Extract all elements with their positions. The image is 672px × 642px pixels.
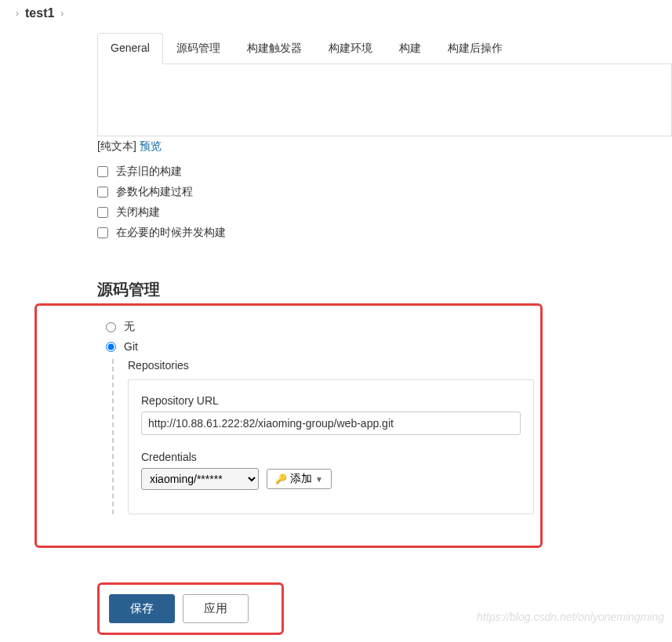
radio-input[interactable] — [106, 322, 116, 332]
checkbox-input[interactable] — [97, 227, 108, 238]
tab-build[interactable]: 构建 — [386, 33, 434, 63]
breadcrumb-item[interactable]: test1 — [25, 6, 54, 20]
tab-scm[interactable]: 源码管理 — [163, 33, 234, 63]
description-textarea[interactable] — [97, 64, 672, 136]
checkbox-input[interactable] — [97, 207, 108, 218]
plain-text-label: [纯文本] — [97, 140, 136, 152]
breadcrumb: › test1 › — [0, 0, 672, 27]
scm-radio-git[interactable]: Git — [106, 340, 534, 353]
checkbox-label: 在必要的时候并发构建 — [116, 226, 226, 240]
radio-label: Git — [124, 340, 138, 353]
radio-label: 无 — [124, 320, 135, 334]
git-config-block: Repositories Repository URL Credentials … — [112, 359, 534, 514]
radio-input[interactable] — [106, 342, 116, 352]
repo-url-input[interactable] — [141, 412, 521, 435]
options-list: 丢弃旧的构建 参数化构建过程 关闭构建 在必要的时候并发构建 — [97, 165, 672, 240]
checkbox-parameterized[interactable]: 参数化构建过程 — [97, 185, 672, 199]
chevron-right-icon: › — [60, 8, 64, 19]
checkbox-input[interactable] — [97, 166, 108, 177]
tab-environment[interactable]: 构建环境 — [315, 33, 386, 63]
checkbox-discard-old[interactable]: 丢弃旧的构建 — [97, 165, 672, 179]
checkbox-concurrent[interactable]: 在必要的时候并发构建 — [97, 226, 672, 240]
checkbox-input[interactable] — [97, 187, 108, 198]
checkbox-label: 参数化构建过程 — [116, 185, 193, 199]
tab-general[interactable]: General — [97, 33, 163, 64]
checkbox-label: 关闭构建 — [116, 205, 160, 219]
scm-highlight-box: 无 Git Repositories Repository URL Creden… — [35, 303, 543, 548]
preview-link[interactable]: 预览 — [140, 140, 162, 152]
apply-button[interactable]: 应用 — [183, 594, 249, 623]
tab-triggers[interactable]: 构建触发器 — [234, 33, 315, 63]
credentials-label: Credentials — [141, 451, 521, 463]
footer-highlight-box: 保存 应用 — [97, 582, 284, 635]
config-tabs: General 源码管理 构建触发器 构建环境 构建 构建后操作 — [97, 33, 672, 64]
checkbox-disable-build[interactable]: 关闭构建 — [97, 205, 672, 219]
repositories-label: Repositories — [128, 359, 534, 372]
save-button[interactable]: 保存 — [109, 594, 175, 623]
credentials-select[interactable]: xiaoming/****** — [141, 468, 259, 490]
description-hint: [纯文本] 预览 — [97, 136, 672, 157]
repo-url-label: Repository URL — [141, 394, 521, 407]
chevron-right-icon: › — [16, 8, 19, 19]
scm-section-title: 源码管理 — [97, 279, 672, 303]
caret-down-icon: ▼ — [315, 475, 323, 484]
add-label: 添加 — [290, 472, 312, 486]
tab-postbuild[interactable]: 构建后操作 — [434, 33, 516, 63]
checkbox-label: 丢弃旧的构建 — [116, 165, 182, 179]
key-icon: 🔑 — [275, 473, 287, 484]
repository-box: Repository URL Credentials xiaoming/****… — [128, 379, 534, 514]
add-credentials-button[interactable]: 🔑 添加 ▼ — [267, 469, 332, 489]
scm-radio-none[interactable]: 无 — [106, 320, 534, 334]
